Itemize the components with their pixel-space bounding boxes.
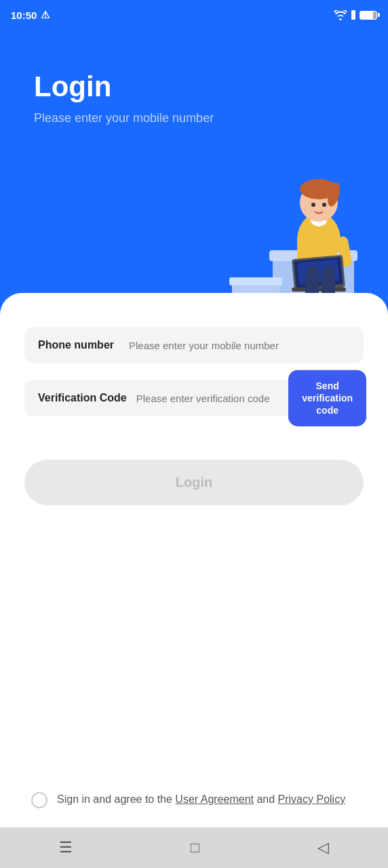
privacy-policy-link[interactable]: Privacy Policy bbox=[278, 793, 346, 805]
status-bar: 10:50 ⚠ bbox=[0, 0, 388, 30]
home-nav-icon[interactable]: □ bbox=[191, 839, 199, 856]
wifi-icon bbox=[334, 10, 347, 20]
svg-rect-0 bbox=[351, 10, 355, 20]
signal-icon bbox=[351, 10, 355, 20]
status-left: 10:50 ⚠ bbox=[11, 9, 50, 21]
bottom-navigation: ☰ □ ◁ bbox=[0, 827, 388, 868]
hero-title: Login bbox=[34, 71, 111, 103]
verification-field-row: Verification Code Sendverificationcode bbox=[24, 380, 364, 416]
svg-point-10 bbox=[311, 203, 315, 207]
login-button[interactable]: Login bbox=[24, 460, 364, 505]
menu-nav-icon[interactable]: ☰ bbox=[59, 839, 73, 856]
login-card: Phone number Verification Code Sendverif… bbox=[0, 293, 388, 868]
svg-point-11 bbox=[322, 203, 326, 207]
back-nav-icon[interactable]: ◁ bbox=[317, 839, 329, 856]
agreement-row: Sign in and agree to the User Agreement … bbox=[24, 791, 364, 808]
hero-section: Login Please enter your mobile number bbox=[0, 30, 388, 315]
battery-icon bbox=[360, 11, 377, 20]
phone-field-row: Phone number bbox=[24, 327, 364, 363]
send-verification-button[interactable]: Sendverificationcode bbox=[288, 370, 366, 427]
status-right bbox=[334, 10, 377, 20]
warning-icon: ⚠ bbox=[41, 9, 50, 21]
agreement-checkbox[interactable] bbox=[31, 792, 47, 808]
svg-rect-4 bbox=[229, 277, 282, 285]
phone-label: Phone number bbox=[38, 339, 119, 351]
user-agreement-link[interactable]: User Agreement bbox=[175, 793, 254, 805]
hero-illustration bbox=[205, 98, 368, 315]
time-label: 10:50 bbox=[11, 9, 37, 21]
agreement-text: Sign in and agree to the User Agreement … bbox=[57, 791, 345, 808]
verification-label: Verification Code bbox=[38, 392, 127, 404]
hero-subtitle: Please enter your mobile number bbox=[34, 111, 214, 125]
phone-input[interactable] bbox=[129, 340, 350, 351]
